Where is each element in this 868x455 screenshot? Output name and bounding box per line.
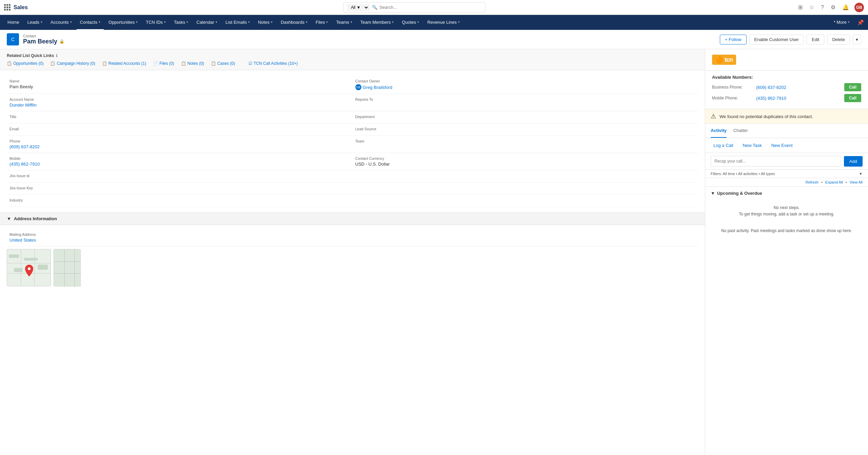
phone-value[interactable]: (609) 837-8202 (9, 144, 350, 149)
nav-tcn-ids[interactable]: TCN IDs▾ (142, 15, 169, 30)
search-input[interactable] (379, 5, 482, 10)
quick-link-campaign-history[interactable]: 📋 Campaign History (0) (50, 61, 95, 66)
lead-source-field: Lead Source ✏ (353, 124, 698, 136)
delete-button[interactable]: Delete (827, 35, 850, 44)
search-bar: All ▼ 🔍 (343, 2, 486, 13)
quick-link-cases[interactable]: 📋 Cases (0) (211, 61, 235, 66)
record-header: C Contact Pam Beesly 🔒 + Follow Enable C… (0, 30, 868, 49)
nav-files[interactable]: Files▾ (312, 15, 331, 30)
industry-field: Industry ✏ (7, 195, 353, 207)
reports-to-label: Reports To (355, 97, 696, 101)
expand-all-link[interactable]: Expand All (825, 180, 843, 184)
dup-message: We found no potential duplicates of this… (719, 114, 813, 119)
info-icon: ℹ (56, 54, 57, 58)
quick-link-related-accounts[interactable]: 📋 Related Accounts (1) (102, 61, 146, 66)
quick-link-opportunities[interactable]: 📋 Opportunities (0) (7, 61, 43, 66)
log-a-call-button[interactable]: Log a Call (711, 141, 736, 149)
nav-calendar[interactable]: Calendar▾ (193, 15, 221, 30)
mailing-address-value[interactable]: United States (9, 238, 695, 243)
call-business-button[interactable]: Call (844, 83, 861, 91)
recap-input[interactable] (711, 156, 841, 167)
mobile-phone-value[interactable]: (435) 862-7910 (756, 96, 841, 101)
empty-right2 (353, 183, 698, 195)
help-button[interactable]: ? (820, 3, 825, 12)
duplicate-warning: ⚠ We found no potential duplicates of th… (705, 109, 868, 124)
business-phone-row: Business Phone: (609) 837-8202 Call (712, 83, 861, 91)
favorites-button[interactable]: ☆ (808, 3, 815, 12)
cases-icon: 📋 (211, 61, 216, 66)
call-mobile-button[interactable]: Call (844, 94, 861, 102)
currency-field: Contact Currency USD - U.S. Dollar ✏ (353, 153, 698, 170)
actions-chevron-button[interactable]: ▾ (853, 35, 861, 44)
warning-icon: ⚠ (711, 113, 716, 120)
follow-button[interactable]: + Follow (720, 35, 747, 44)
nav-accounts[interactable]: Accounts▾ (47, 15, 75, 30)
edit-button[interactable]: Edit (807, 35, 824, 44)
nav-opportunities[interactable]: Opportunities▾ (105, 15, 141, 30)
nav-home[interactable]: Home (4, 15, 23, 30)
svg-rect-8 (38, 265, 48, 270)
account-name-field: Account Name Dunder Mifflin ✏ (7, 94, 353, 111)
account-label: Account Name (9, 97, 350, 101)
nav-teams[interactable]: Teams▾ (333, 15, 355, 30)
apps-icon[interactable] (4, 4, 11, 11)
business-phone-value[interactable]: (609) 837-8202 (756, 85, 841, 90)
svg-rect-7 (14, 268, 22, 272)
contact-owner-label: Contact Owner (355, 79, 696, 83)
quick-link-notes[interactable]: 📋 Notes (0) (181, 61, 204, 66)
nav-more[interactable]: * More▾ (830, 15, 853, 30)
owner-avatar: GB (355, 84, 361, 90)
quick-link-files[interactable]: 📄 Files (0) (153, 61, 174, 66)
mailing-address-label: Mailing Address (9, 232, 695, 236)
svg-rect-3 (21, 249, 21, 286)
new-task-button[interactable]: New Task (740, 141, 765, 149)
nav-revenue-lines[interactable]: Revenue Lines▾ (424, 15, 463, 30)
grid-apps-button[interactable]: ⊞ (797, 3, 804, 12)
notifications-button[interactable]: 🔔 (841, 3, 850, 12)
tcn-header: 🟠 tcn (705, 49, 868, 71)
svg-rect-15 (74, 249, 75, 287)
nav-contacts[interactable]: Contacts▾ (77, 15, 104, 30)
jira-id-field: Jira Issue id ✏ (7, 170, 353, 183)
new-event-button[interactable]: New Event (769, 141, 795, 149)
enable-customer-user-button[interactable]: Enable Customer User (749, 35, 804, 44)
view-all-link[interactable]: View All (850, 180, 863, 184)
mobile-phone-label: Mobile Phone: (712, 96, 753, 100)
svg-rect-12 (54, 261, 81, 262)
refresh-link[interactable]: Refresh (805, 180, 818, 184)
upcoming-header[interactable]: ▼ Upcoming & Overdue (711, 191, 863, 196)
address-section-header[interactable]: ▼ Address Information (0, 212, 705, 225)
title-label: Title (9, 115, 350, 119)
nav-dashboards[interactable]: Dashboards▾ (277, 15, 311, 30)
tab-chatter[interactable]: Chatter (733, 124, 748, 138)
left-panel: Related List Quick Links ℹ 📋 Opportuniti… (0, 49, 705, 455)
mobile-field: Mobile (435) 862-7910 ✏ (7, 153, 353, 170)
activity-actions: Log a Call New Task New Event (705, 138, 868, 153)
nav-notes[interactable]: Notes▾ (255, 15, 276, 30)
name-value: Pam Beesly (9, 84, 350, 89)
svg-rect-6 (24, 258, 38, 261)
contact-owner-value[interactable]: GB Greg Brailsford (355, 84, 696, 90)
search-scope-select[interactable]: All ▼ (347, 4, 369, 11)
mobile-value[interactable]: (435) 862-7910 (9, 162, 350, 167)
account-value[interactable]: Dunder Mifflin (9, 102, 350, 108)
nav-list-emails[interactable]: List Emails▾ (222, 15, 253, 30)
recap-row: Add (705, 153, 868, 170)
nav-pin-icon[interactable]: 📌 (857, 19, 864, 26)
settings-button[interactable]: ⚙ (829, 3, 837, 12)
nav-tasks[interactable]: Tasks▾ (171, 15, 192, 30)
nav-quotes[interactable]: Quotes▾ (398, 15, 422, 30)
nav-team-members[interactable]: Team Members▾ (357, 15, 397, 30)
quick-link-tcn-call-activities[interactable]: ☑ TCN Call Activities (10+) (249, 61, 298, 66)
currency-value: USD - U.S. Dollar (355, 162, 696, 167)
filter-icon[interactable]: ▼ (859, 172, 863, 176)
refresh-links: Refresh • Expand All • View All (805, 180, 863, 184)
avatar[interactable]: GB (854, 3, 864, 12)
nav-leads[interactable]: Leads▾ (24, 15, 46, 30)
tab-activity[interactable]: Activity (711, 124, 727, 138)
jira-key-field: Jira Issue Key ✏ (7, 183, 353, 195)
add-button[interactable]: Add (844, 156, 863, 167)
tcn-numbers: Available Numbers: Business Phone: (609)… (705, 71, 868, 109)
related-accounts-icon: 📋 (102, 61, 107, 66)
svg-rect-11 (54, 249, 81, 287)
